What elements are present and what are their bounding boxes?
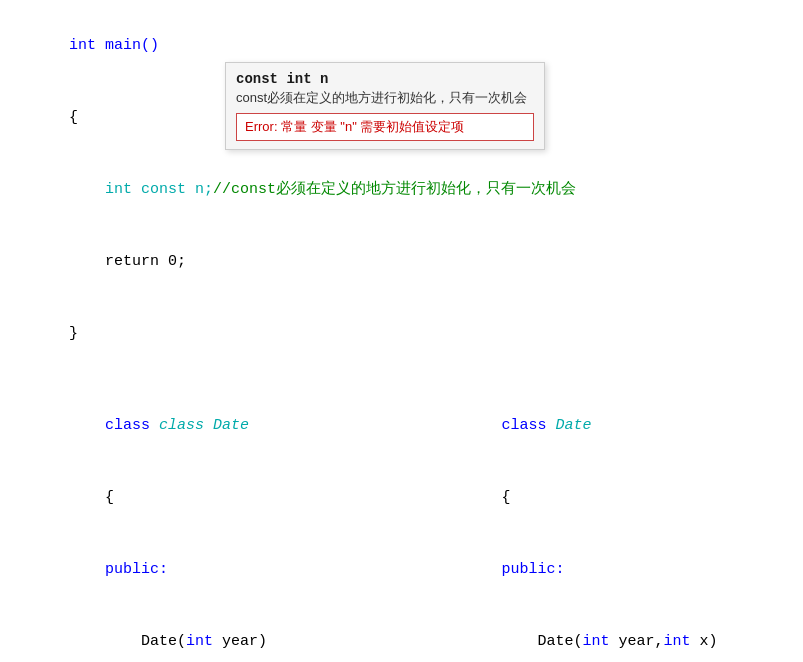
right-line-1: class Date <box>412 390 789 462</box>
right-class-keyword: class <box>502 417 556 434</box>
right-column: class Date { public: Date(int year,int x… <box>402 390 789 662</box>
keyword-int-main: int main() <box>69 37 159 54</box>
left-class-keyword: class <box>105 417 159 434</box>
code-line-5: } <box>15 298 788 370</box>
right-line-4: Date(int year,int x) <box>412 606 789 662</box>
right-line-2: { <box>412 462 789 534</box>
tooltip-box: const int n const必须在定义的地方进行初始化，只有一次机会 Er… <box>225 62 545 150</box>
right-int1: int <box>583 633 610 650</box>
right-year-mid: year, <box>610 633 664 650</box>
tooltip-desc: const必须在定义的地方进行初始化，只有一次机会 <box>236 89 534 107</box>
code-line-4: return 0; <box>15 226 788 298</box>
left-line-2: { <box>15 462 392 534</box>
left-line-3: public: <box>15 534 392 606</box>
left-public: public: <box>105 561 168 578</box>
left-date-pre: Date( <box>105 633 186 650</box>
right-date-pre: Date( <box>502 633 583 650</box>
error-box: Error: 常量 变量 "n" 需要初始值设定项 <box>236 113 534 141</box>
tooltip-title: const int n <box>236 71 534 87</box>
right-int2: int <box>664 633 691 650</box>
int-const-n: int const n; <box>69 181 213 198</box>
main-container: int main() { int const n;//const必须在定义的地方… <box>0 0 803 662</box>
left-int-year: int <box>186 633 213 650</box>
left-column: class class Date { public: Date(int year… <box>15 390 402 662</box>
left-code-block: class class Date { public: Date(int year… <box>15 390 392 662</box>
brace-close: } <box>69 325 78 342</box>
bottom-section: class class Date { public: Date(int year… <box>15 390 788 662</box>
left-line-1: class class Date <box>15 390 392 462</box>
top-section: int main() { int const n;//const必须在定义的地方… <box>15 10 788 370</box>
left-class-date: class Date <box>159 417 249 434</box>
return-line: return 0; <box>69 253 186 270</box>
comment-const: //const必须在定义的地方进行初始化，只有一次机会 <box>213 181 576 198</box>
right-class-date: Date <box>556 417 592 434</box>
right-brace: { <box>502 489 511 506</box>
left-year-post: year) <box>213 633 267 650</box>
left-brace: { <box>105 489 114 506</box>
right-public: public: <box>502 561 565 578</box>
right-line-3: public: <box>412 534 789 606</box>
left-line-4: Date(int year) <box>15 606 392 662</box>
brace-open: { <box>69 109 78 126</box>
right-x-post: x) <box>691 633 718 650</box>
code-line-3: int const n;//const必须在定义的地方进行初始化，只有一次机会 <box>15 154 788 226</box>
right-code-block: class Date { public: Date(int year,int x… <box>412 390 789 662</box>
